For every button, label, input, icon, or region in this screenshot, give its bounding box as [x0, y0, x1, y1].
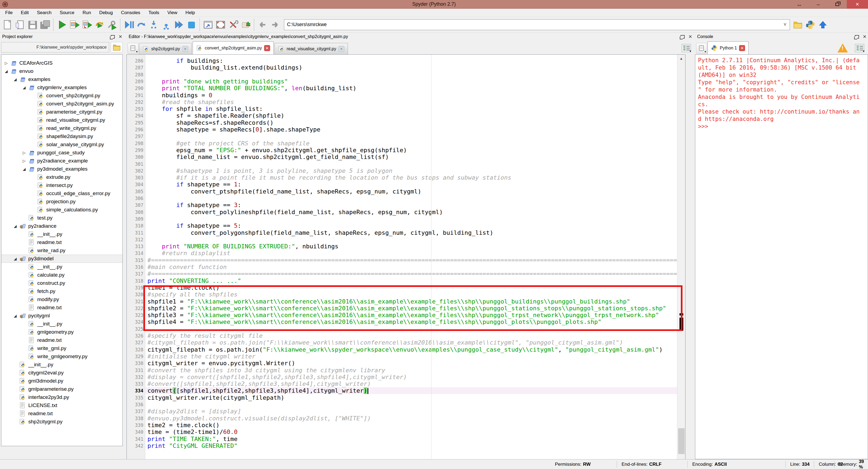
debug-stop-button[interactable]	[185, 18, 197, 31]
project-path-field[interactable]: F:\kianwee_work\spyder_workspace	[1, 42, 109, 53]
editor-vertical-scrollbar[interactable]: ▴ ▾	[677, 55, 685, 469]
code-line-322[interactable]: shpfile2 = "F:\\kianwee_work\\smart\\con…	[146, 305, 677, 312]
combo-dropdown-icon[interactable]: ˅	[780, 22, 790, 28]
code-line-308[interactable]: convert_polylineshpfile(field_name_list,…	[146, 209, 677, 215]
save-all-button[interactable]	[39, 18, 51, 31]
working-directory-input[interactable]	[284, 22, 780, 28]
code-line-300[interactable]: field_name_list = envuo.shp2citygml.get_…	[146, 154, 677, 160]
code-line-306[interactable]	[146, 195, 677, 202]
tree-item-readme-txt[interactable]: readme.txt	[1, 336, 122, 344]
tree-item-gmlparameterise-py[interactable]: gmlparameterise.py	[1, 385, 122, 393]
editor-tab-shp2citygml-py[interactable]: shp2citygml.py×	[139, 43, 192, 54]
tree-item--init-py[interactable]: __init__.py	[1, 263, 122, 271]
code-line-290[interactable]: print "TOTAL NUMBER OF BUILDINGS:", len(…	[146, 85, 677, 92]
code-line-340[interactable]: time = (time2-time1)/60.0	[146, 429, 677, 435]
run-configure-button[interactable]	[105, 18, 118, 31]
menu-run[interactable]: Run	[78, 9, 95, 16]
code-line-326[interactable]: #specify the result citygml file	[146, 332, 677, 339]
scroll-up-icon[interactable]: ▴	[677, 56, 685, 61]
debug-step-button[interactable]	[135, 18, 148, 31]
warning-icon[interactable]	[838, 43, 848, 53]
code-line-333[interactable]: #convert([shpfile1,shpfile2,shpfile3,shp…	[146, 380, 677, 387]
code-line-330[interactable]: citygml_writer = envuo.pycitygml.Writer(…	[146, 360, 677, 367]
code-line-298[interactable]: #get the project CRS of the shapefile	[146, 140, 677, 147]
tree-item-punggol-case-study[interactable]: ▷punggol_case_study	[1, 148, 122, 157]
code-line-296[interactable]: shapetype = shapeRecs[0].shape.shapeType	[146, 126, 677, 133]
code-line-313[interactable]: print "NUMBER OF BUILDINGS EXTRUDED:", n…	[146, 243, 677, 250]
menu-source[interactable]: Source	[56, 9, 79, 16]
working-directory-combo[interactable]: ˅	[284, 19, 790, 30]
browse-directory-button[interactable]	[792, 18, 804, 31]
code-line-289[interactable]: print "done with getting buildings"	[146, 78, 677, 85]
tree-item-parameterise-citygml-py[interactable]: parameterise_citygml.py	[1, 108, 122, 116]
tree-item-pycitygml[interactable]: ◢pycitygml	[1, 312, 122, 320]
tree-item--init-py[interactable]: __init__.py	[1, 320, 122, 328]
code-editor[interactable]: 2862872882892902912922932942952962972982…	[126, 54, 685, 469]
code-line-312[interactable]	[146, 236, 677, 243]
tree-item-ceaforarcgis[interactable]: ▷CEAforArcGIS	[1, 59, 122, 67]
close-tab-icon[interactable]: ×	[739, 45, 745, 51]
tree-item-readme-txt[interactable]: readme.txt	[1, 409, 122, 417]
tree-item-construct-py[interactable]: construct.py	[1, 279, 122, 287]
tree-item-simple-calculations-py[interactable]: simple_calculations.py	[1, 206, 122, 214]
collapse-icon[interactable]: ◢	[12, 77, 18, 81]
tree-item-convert-shp2citygml-py[interactable]: convert_shp2citygml.py	[1, 92, 122, 100]
tree-item-license-txt[interactable]: LICENSE.txt	[1, 401, 122, 409]
code-line-339[interactable]: time2 = time.clock()	[146, 422, 677, 429]
code-line-294[interactable]: sf = shapefile.Reader(shpfile)	[146, 112, 677, 119]
tree-item-convert-shp2citygml-asim-py[interactable]: convert_shp2citygml_asim.py	[1, 100, 122, 108]
close-editor-icon[interactable]: ×	[688, 34, 692, 40]
code-line-338[interactable]: #envuo.py3dmodel.construct.visualise(dis…	[146, 415, 677, 422]
tree-item-write-rad-py[interactable]: write_rad.py	[1, 246, 122, 255]
code-line-315[interactable]: #=======================================…	[146, 257, 677, 264]
browse-tabs-button[interactable]: ▾	[128, 43, 138, 54]
debug-button[interactable]	[122, 18, 135, 31]
code-line-336[interactable]	[146, 401, 677, 408]
save-button[interactable]	[26, 18, 39, 31]
collapse-icon[interactable]: ◢	[22, 167, 27, 171]
tree-item-interface2py3d-py[interactable]: interface2py3d.py	[1, 393, 122, 401]
code-line-310[interactable]: if shapetype == 5:	[146, 222, 677, 229]
code-line-335[interactable]: citygml_writer.write(citygml_filepath)	[146, 394, 677, 401]
tree-item-test-py[interactable]: test.py	[1, 214, 122, 222]
tree-item-shp2citygml-py[interactable]: shp2citygml.py	[1, 417, 122, 426]
menu-file[interactable]: File	[1, 9, 17, 16]
resize-window-button[interactable]: ↔	[790, 0, 809, 9]
code-line-328[interactable]: citygml_filepath = os.path.join("F:\\kia…	[146, 346, 677, 353]
maximize-pane-button[interactable]	[202, 18, 214, 31]
new-file-button[interactable]	[1, 18, 13, 31]
code-line-287[interactable]: building_list.extend(buildings)	[146, 64, 677, 71]
undock-editor-icon[interactable]	[681, 35, 685, 39]
tree-item-citygmlenv-examples[interactable]: ◢citygmlenv_examples	[1, 83, 122, 92]
run-again-button[interactable]	[93, 18, 105, 31]
close-button[interactable]: ×	[847, 0, 868, 9]
code-line-331[interactable]: #convert the shpfiles into 3d citygml us…	[146, 367, 677, 374]
tree-item-readme-txt[interactable]: readme.txt	[1, 238, 122, 246]
code-line-325[interactable]	[146, 326, 677, 332]
debug-continue-button[interactable]	[173, 18, 185, 31]
code-line-291[interactable]: nbuildings = 0	[146, 92, 677, 99]
code-line-332[interactable]: #display = convert([shpfile1,shpfile2,sh…	[146, 374, 677, 380]
menu-tools[interactable]: Tools	[145, 9, 163, 16]
console-output[interactable]: Python 2.7.11 |Continuum Analytics, Inc.…	[695, 54, 868, 459]
tree-item-extrude-py[interactable]: extrude.py	[1, 173, 122, 181]
menu-edit[interactable]: Edit	[17, 9, 33, 16]
code-line-288[interactable]	[146, 71, 677, 78]
code-line-301[interactable]	[146, 161, 677, 167]
code-line-318[interactable]: print "CONVERTING ... ..."	[146, 277, 677, 284]
fullscreen-button[interactable]	[214, 18, 227, 31]
code-line-329[interactable]: #initialise the citygml writer	[146, 353, 677, 360]
tree-item-envuo[interactable]: ◢envuo	[1, 67, 122, 75]
expand-icon[interactable]: ▷	[22, 159, 27, 163]
tree-item-readme-txt[interactable]: readme.txt	[1, 303, 122, 312]
tools-button[interactable]	[227, 18, 239, 31]
python-path-button[interactable]	[239, 18, 252, 31]
menu-consoles[interactable]: Consoles	[117, 9, 145, 16]
tree-item-py2radiance-example[interactable]: ▷py2radiance_example	[1, 157, 122, 165]
code-line-314[interactable]: #return displaylist	[146, 250, 677, 257]
debug-step-into-button[interactable]	[148, 18, 160, 31]
tree-item-shapefile2daysim-py[interactable]: shapefile2daysim.py	[1, 132, 122, 140]
collapse-icon[interactable]: ◢	[12, 224, 18, 228]
code-line-324[interactable]: shpfile4 = "F:\\kianwee_work\\smart\\con…	[146, 319, 677, 325]
editor-tab-convert-shp2citygml-asim-py[interactable]: convert_shp2citygml_asim.py×	[193, 41, 274, 54]
